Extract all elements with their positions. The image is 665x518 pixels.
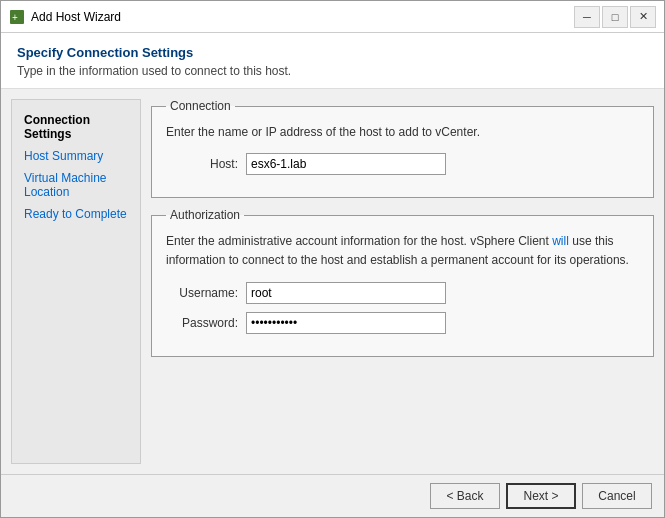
main-content: Connection Enter the name or IP address … [151, 99, 654, 464]
cancel-button[interactable]: Cancel [582, 483, 652, 509]
vsphere-link[interactable]: will [552, 234, 569, 248]
host-label: Host: [166, 157, 246, 171]
password-input[interactable] [246, 312, 446, 334]
host-input[interactable] [246, 153, 446, 175]
next-button[interactable]: Next > [506, 483, 576, 509]
minimize-button[interactable]: ─ [574, 6, 600, 28]
password-label: Password: [166, 316, 246, 330]
username-label: Username: [166, 286, 246, 300]
username-input[interactable] [246, 282, 446, 304]
sidebar: Connection Settings Host Summary Virtual… [11, 99, 141, 464]
footer: < Back Next > Cancel [1, 474, 664, 517]
back-button[interactable]: < Back [430, 483, 500, 509]
svg-text:+: + [12, 12, 18, 23]
content-area: Connection Settings Host Summary Virtual… [1, 89, 664, 474]
sidebar-item-ready-to-complete[interactable]: Ready to Complete [20, 204, 132, 224]
host-row: Host: [166, 153, 639, 175]
connection-description: Enter the name or IP address of the host… [166, 123, 639, 141]
window-title: Add Host Wizard [31, 10, 574, 24]
sidebar-item-host-summary[interactable]: Host Summary [20, 146, 132, 166]
password-row: Password: [166, 312, 639, 334]
sidebar-item-connection-settings: Connection Settings [20, 110, 132, 144]
sidebar-item-vm-location[interactable]: Virtual Machine Location [20, 168, 132, 202]
connection-legend: Connection [166, 99, 235, 113]
maximize-button[interactable]: □ [602, 6, 628, 28]
username-row: Username: [166, 282, 639, 304]
window-controls: ─ □ ✕ [574, 6, 656, 28]
add-host-wizard-window: + Add Host Wizard ─ □ ✕ Specify Connecti… [0, 0, 665, 518]
auth-description: Enter the administrative account informa… [166, 232, 639, 270]
close-button[interactable]: ✕ [630, 6, 656, 28]
title-bar: + Add Host Wizard ─ □ ✕ [1, 1, 664, 33]
authorization-legend: Authorization [166, 208, 244, 222]
wizard-icon: + [9, 9, 25, 25]
page-subtitle: Type in the information used to connect … [17, 64, 648, 78]
page-title: Specify Connection Settings [17, 45, 648, 60]
authorization-section: Authorization Enter the administrative a… [151, 208, 654, 357]
connection-section: Connection Enter the name or IP address … [151, 99, 654, 198]
header: Specify Connection Settings Type in the … [1, 33, 664, 89]
